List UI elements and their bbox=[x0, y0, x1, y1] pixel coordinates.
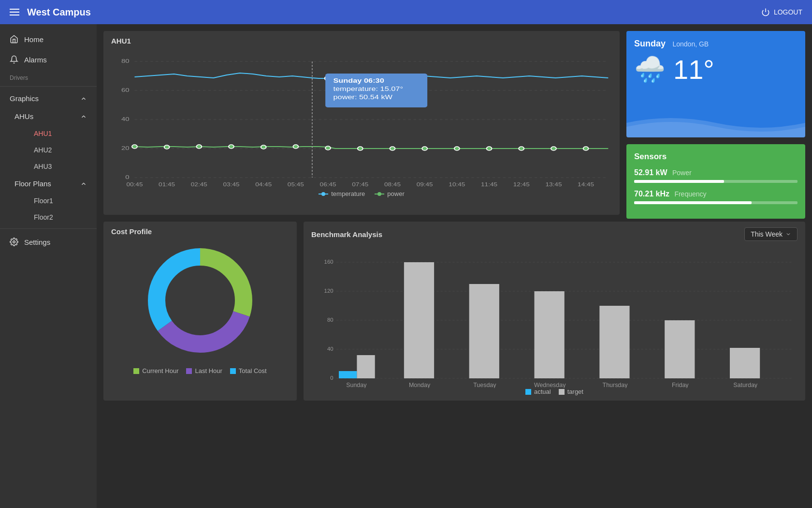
this-week-dropdown[interactable]: This Week bbox=[744, 227, 798, 241]
sidebar-floor-plans-header[interactable]: Floor Plans bbox=[14, 175, 97, 193]
benchmark-header: Benchmark Analysis This Week bbox=[304, 222, 805, 243]
svg-text:20: 20 bbox=[121, 145, 130, 151]
sidebar-home-label: Home bbox=[24, 35, 44, 44]
chevron-up-icon-floors bbox=[80, 180, 87, 187]
chevron-down-icon bbox=[785, 231, 791, 237]
svg-point-34 bbox=[325, 146, 331, 150]
sidebar-ahus-header[interactable]: AHUs bbox=[14, 107, 97, 125]
sidebar-alarms-label: Alarms bbox=[24, 56, 47, 64]
cost-profile-title: Cost Profile bbox=[103, 222, 297, 238]
weather-temp: 11° bbox=[673, 54, 714, 85]
total-cost-label: Total Cost bbox=[239, 367, 267, 374]
legend-actual: actual bbox=[525, 388, 551, 395]
benchmark-card: Benchmark Analysis This Week bbox=[304, 222, 805, 401]
svg-text:Sunday: Sunday bbox=[346, 382, 367, 388]
svg-text:14:45: 14:45 bbox=[578, 182, 594, 187]
sensor-power-bar bbox=[634, 180, 724, 183]
svg-point-1 bbox=[13, 241, 15, 243]
drivers-section-label: Drivers bbox=[0, 70, 97, 83]
bar-wednesday-target bbox=[535, 291, 565, 378]
svg-text:40: 40 bbox=[121, 116, 130, 122]
legend-current-hour: Current Hour bbox=[133, 367, 178, 374]
svg-text:07:45: 07:45 bbox=[352, 182, 368, 187]
svg-text:10:45: 10:45 bbox=[449, 182, 465, 187]
svg-point-28 bbox=[132, 145, 137, 149]
svg-text:04:45: 04:45 bbox=[255, 182, 272, 187]
svg-point-42 bbox=[583, 147, 589, 150]
svg-text:12:45: 12:45 bbox=[513, 182, 530, 187]
ahu1-chart-svg: .gridline { stroke: #555; stroke-width: … bbox=[108, 47, 615, 187]
bar-tuesday-target bbox=[469, 284, 499, 378]
svg-text:03:45: 03:45 bbox=[223, 182, 239, 187]
svg-text:temperature: 15.07°: temperature: 15.07° bbox=[333, 86, 403, 92]
svg-text:0: 0 bbox=[125, 174, 129, 180]
sidebar-item-ahu2[interactable]: AHU2 bbox=[29, 142, 97, 158]
weather-wave-svg bbox=[626, 108, 805, 137]
graphics-label: Graphics bbox=[10, 94, 39, 103]
sensor-freq-row: 70.21 kHz Frequency bbox=[634, 190, 798, 204]
bar-sunday-target bbox=[357, 355, 375, 378]
target-label: target bbox=[567, 388, 583, 395]
main-content: AHU1 .gridline { stroke: #555; stroke-wi… bbox=[97, 24, 812, 508]
sidebar-graphics-header[interactable]: Graphics bbox=[0, 90, 97, 107]
bar-monday-target bbox=[404, 262, 434, 378]
ahu1-chart-card: AHU1 .gridline { stroke: #555; stroke-wi… bbox=[103, 31, 620, 215]
svg-point-32 bbox=[261, 145, 266, 149]
sensor-freq-bar bbox=[634, 201, 752, 204]
sensors-card: Sensors 52.91 kW Power 70.21 kHz Frequen… bbox=[626, 144, 805, 219]
this-week-label: This Week bbox=[751, 230, 783, 238]
svg-text:02:45: 02:45 bbox=[191, 182, 207, 187]
svg-text:Wednesday: Wednesday bbox=[534, 382, 566, 388]
svg-text:Friday: Friday bbox=[672, 382, 689, 388]
last-hour-label: Last Hour bbox=[195, 367, 222, 374]
benchmark-svg: 160 120 80 40 0 bbox=[311, 248, 798, 388]
sidebar-item-ahu1[interactable]: AHU1 bbox=[29, 125, 97, 142]
legend-total-cost: Total Cost bbox=[230, 367, 267, 374]
donut-chart-svg bbox=[142, 242, 258, 359]
actual-sq bbox=[525, 389, 531, 395]
svg-text:09:45: 09:45 bbox=[417, 182, 433, 187]
sidebar-item-floor1[interactable]: Floor1 bbox=[29, 193, 97, 209]
ahu1-chart-title: AHU1 bbox=[103, 31, 620, 47]
svg-text:0: 0 bbox=[330, 375, 333, 381]
target-sq bbox=[559, 389, 565, 395]
logout-button[interactable]: LOGOUT bbox=[761, 8, 802, 16]
sensor-freq-bar-bg bbox=[634, 201, 798, 204]
temperature-legend-label: temperature bbox=[331, 190, 365, 197]
settings-label: Settings bbox=[24, 238, 50, 246]
sidebar-item-floor2[interactable]: Floor2 bbox=[29, 209, 97, 225]
svg-text:13:45: 13:45 bbox=[545, 182, 562, 187]
sidebar-item-home[interactable]: Home bbox=[0, 29, 97, 49]
donut-chart-area bbox=[103, 238, 297, 363]
svg-text:80: 80 bbox=[327, 317, 334, 323]
hamburger-menu[interactable] bbox=[10, 9, 19, 15]
svg-text:11:45: 11:45 bbox=[481, 182, 497, 187]
weather-day: Sunday bbox=[634, 39, 666, 48]
svg-point-30 bbox=[196, 145, 202, 149]
svg-text:60: 60 bbox=[121, 87, 130, 93]
sensor-power-label: Power bbox=[672, 169, 692, 177]
svg-point-36 bbox=[390, 147, 395, 150]
svg-point-35 bbox=[358, 147, 363, 150]
legend-temperature: temperature bbox=[319, 190, 365, 197]
sensors-title: Sensors bbox=[634, 152, 798, 162]
floor-items: Floor1 Floor2 bbox=[14, 193, 97, 225]
cost-profile-card: Cost Profile Current Hou bbox=[103, 222, 297, 401]
current-hour-label: Current Hour bbox=[142, 367, 178, 374]
svg-text:120: 120 bbox=[324, 288, 334, 294]
sidebar-item-ahu3[interactable]: AHU3 bbox=[29, 158, 97, 175]
svg-text:Thursday: Thursday bbox=[603, 382, 628, 388]
app-title: West Campus bbox=[27, 7, 91, 18]
benchmark-chart-area: 160 120 80 40 0 bbox=[304, 243, 805, 388]
benchmark-legend: actual target bbox=[304, 388, 805, 399]
svg-text:Tuesday: Tuesday bbox=[473, 382, 496, 388]
sensor-freq-value: 70.21 kHz bbox=[634, 190, 669, 198]
sidebar-item-settings[interactable]: Settings bbox=[0, 232, 97, 252]
svg-text:Saturday: Saturday bbox=[733, 382, 758, 388]
legend-last-hour: Last Hour bbox=[186, 367, 222, 374]
last-hour-dot bbox=[186, 368, 192, 374]
sidebar-item-alarms[interactable]: Alarms bbox=[0, 49, 97, 70]
svg-text:05:45: 05:45 bbox=[288, 182, 304, 187]
svg-point-37 bbox=[422, 147, 427, 150]
sensor-freq-label: Frequency bbox=[674, 190, 706, 198]
